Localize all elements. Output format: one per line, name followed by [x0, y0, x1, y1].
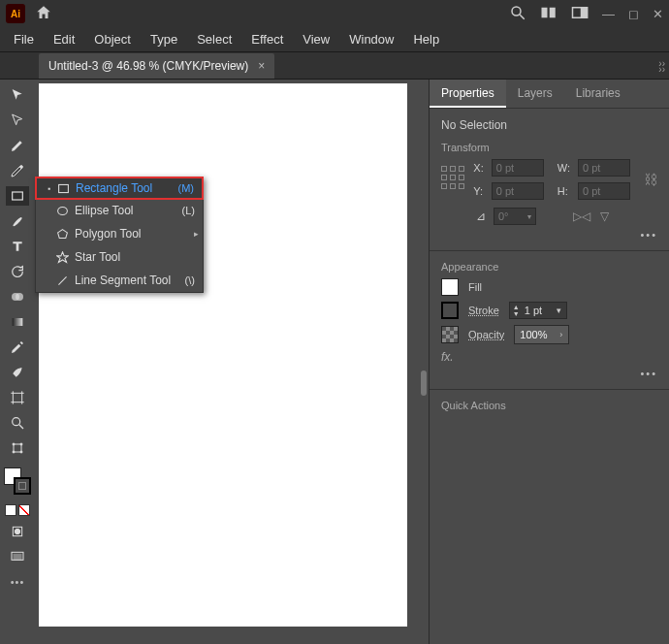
direct-selection-tool[interactable] — [6, 111, 29, 130]
selection-tool[interactable] — [6, 85, 29, 105]
free-transform-tool[interactable] — [6, 438, 29, 458]
collapse-panel-icon[interactable]: ›› — [658, 64, 665, 75]
menu-file[interactable]: File — [4, 28, 44, 50]
flip-vertical-icon[interactable]: ▽ — [600, 209, 609, 223]
menu-effect[interactable]: Effect — [241, 28, 293, 50]
stroke-value[interactable] — [523, 303, 552, 318]
tab-close-button[interactable]: × — [258, 59, 265, 73]
pen-tool[interactable] — [6, 136, 29, 155]
document-tab[interactable]: Untitled-3 @ 46.98 % (CMYK/Preview) × — [39, 53, 274, 79]
stroke-weight-input[interactable]: ▲▼ ▾ — [509, 302, 567, 319]
x-input[interactable] — [492, 159, 544, 177]
stroke-swatch[interactable] — [14, 477, 31, 495]
menu-edit[interactable]: Edit — [44, 28, 84, 50]
fill-stroke-swatch[interactable] — [4, 467, 31, 495]
shape-builder-tool[interactable] — [6, 287, 29, 306]
appearance-title: Appearance — [441, 261, 657, 273]
menu-window[interactable]: Window — [339, 28, 403, 50]
document-tab-bar: Untitled-3 @ 46.98 % (CMYK/Preview) × ›› — [0, 52, 669, 80]
eyedropper-tool[interactable] — [6, 338, 29, 357]
window-maximize[interactable]: ◻ — [628, 7, 639, 21]
y-label: Y: — [473, 185, 483, 197]
angle-input[interactable] — [498, 210, 527, 222]
svg-point-9 — [16, 293, 23, 301]
transform-more-icon[interactable]: ••• — [441, 229, 657, 241]
app-badge: Ai — [6, 4, 25, 23]
stroke-color-swatch[interactable] — [441, 302, 459, 319]
draw-mode[interactable] — [6, 522, 29, 541]
menu-object[interactable]: Object — [84, 28, 141, 50]
tab-properties[interactable]: Properties — [430, 80, 506, 108]
reference-point[interactable] — [441, 166, 465, 193]
arrange-icon[interactable] — [540, 6, 558, 22]
h-label: H: — [558, 185, 570, 197]
menu-type[interactable]: Type — [141, 28, 187, 50]
fx-label[interactable]: fx. — [441, 350, 657, 364]
rotate-tool[interactable] — [6, 262, 29, 281]
y-input[interactable] — [492, 182, 544, 200]
lock-aspect-icon[interactable]: ⛓ — [644, 172, 657, 187]
color-mode-solid[interactable] — [5, 504, 16, 516]
line-icon — [53, 274, 71, 287]
flip-horizontal-icon[interactable]: ▷◁ — [573, 209, 590, 223]
canvas-area — [35, 80, 429, 644]
gradient-tool[interactable] — [6, 312, 29, 332]
rectangle-tool[interactable] — [6, 186, 29, 206]
svg-rect-14 — [14, 444, 21, 452]
h-input[interactable] — [578, 182, 630, 200]
w-input[interactable] — [578, 159, 630, 177]
svg-rect-3 — [550, 7, 556, 17]
flyout-ellipse-tool[interactable]: Ellipse Tool (L) — [36, 199, 203, 222]
window-close[interactable]: ✕ — [653, 7, 663, 21]
opacity-label[interactable]: Opacity — [468, 329, 504, 340]
no-selection-label: No Selection — [441, 118, 657, 132]
opacity-input-group[interactable]: › — [514, 325, 569, 344]
submenu-arrow-icon: ▸ — [194, 229, 199, 239]
workspace-icon[interactable] — [571, 6, 589, 22]
panel-body: No Selection Transform X: W: Y: H: ⛓ — [430, 109, 669, 644]
tab-libraries[interactable]: Libraries — [564, 80, 632, 108]
search-icon[interactable] — [509, 4, 526, 24]
rectangle-icon — [54, 182, 72, 195]
workspace: ••• ›› Properties Layers Libraries No Se… — [0, 80, 669, 644]
flyout-line-tool[interactable]: Line Segment Tool (\) — [36, 269, 203, 292]
document-tab-title: Untitled-3 @ 46.98 % (CMYK/Preview) — [48, 59, 248, 73]
flyout-rectangle-tool[interactable]: ▪ Rectangle Tool (M) — [35, 177, 204, 200]
opacity-swatch[interactable] — [441, 326, 459, 343]
svg-rect-2 — [542, 7, 548, 17]
menu-help[interactable]: Help — [403, 28, 449, 50]
flyout-label: Ellipse Tool — [75, 204, 182, 217]
opacity-value[interactable] — [515, 326, 554, 343]
artboard-tool[interactable] — [6, 388, 29, 407]
flyout-star-tool[interactable]: Star Tool — [36, 245, 203, 269]
zoom-tool[interactable] — [6, 413, 29, 433]
menu-select[interactable]: Select — [187, 28, 241, 50]
color-mode-none[interactable] — [18, 504, 30, 516]
artboard[interactable] — [39, 83, 407, 627]
angle-input-group[interactable]: ▾ — [494, 208, 536, 225]
svg-rect-5 — [582, 7, 588, 17]
screen-mode[interactable] — [6, 547, 29, 566]
curvature-tool[interactable] — [6, 161, 29, 180]
edit-toolbar[interactable]: ••• — [6, 572, 29, 592]
symbol-sprayer-tool[interactable] — [6, 363, 29, 382]
fill-color-swatch[interactable] — [441, 278, 459, 296]
stroke-label[interactable]: Stroke — [468, 305, 499, 316]
window-minimize[interactable]: — — [602, 7, 615, 21]
star-icon — [53, 251, 71, 264]
quick-actions-title: Quick Actions — [441, 400, 657, 411]
color-mode-swatches[interactable] — [5, 504, 30, 516]
home-button[interactable] — [35, 4, 52, 24]
flyout-polygon-tool[interactable]: Polygon Tool ▸ — [36, 222, 203, 245]
appearance-more-icon[interactable]: ••• — [441, 368, 657, 379]
tab-layers[interactable]: Layers — [506, 80, 564, 108]
scrollbar-thumb[interactable] — [421, 370, 427, 396]
type-tool[interactable] — [6, 237, 29, 256]
paintbrush-tool[interactable] — [6, 211, 29, 231]
svg-point-15 — [13, 443, 15, 445]
right-panel: ›› Properties Layers Libraries No Select… — [429, 80, 669, 644]
menu-view[interactable]: View — [293, 28, 339, 50]
svg-line-27 — [58, 276, 66, 284]
flyout-label: Line Segment Tool — [75, 274, 185, 287]
svg-rect-23 — [58, 184, 68, 192]
